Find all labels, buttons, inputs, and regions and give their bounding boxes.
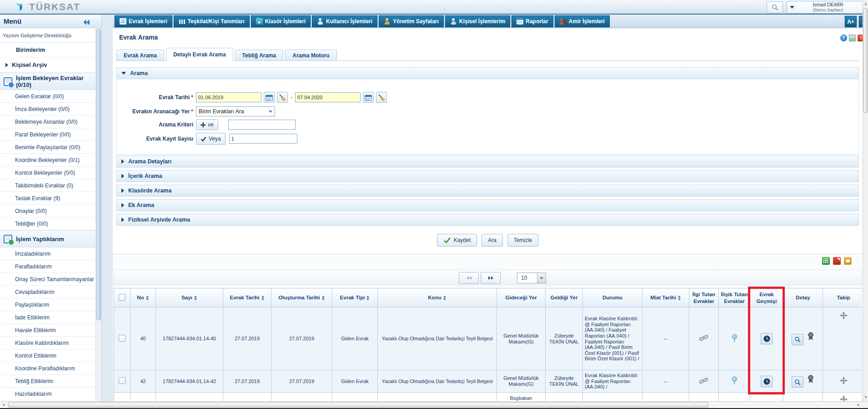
accordion-ek-arama[interactable]: Ek Arama [116, 199, 859, 211]
menubar-tab-teskilat-kisi-tanimlari[interactable]: Teşkilat/Kişi Tanımları [174, 15, 250, 27]
col-evrak-gecmisi[interactable]: Evrak Geçmişi [750, 288, 783, 308]
sidebar-item-paraf-bekleyenler-0-0[interactable]: Paraf Bekleyenler (0/0) [0, 128, 95, 141]
sidebar-item-benimle-paylasilanlar-0-0[interactable]: Benimle Paylaşılanlar (0/0) [0, 141, 95, 154]
user-menu[interactable]: İsmail DEMİR (Demo Sayfası) [787, 1, 865, 14]
and-button[interactable]: ve [196, 119, 218, 130]
col-miat-tarihi[interactable]: Miat Tarihi [642, 288, 689, 308]
clear-button[interactable]: Temizle [507, 234, 539, 247]
col-gidecegi-yer[interactable]: Gideceği Yer [497, 288, 546, 308]
sidebar-item-onay-sureci-tamamlanmayanlar[interactable]: Onay Süreci Tamamlanmayanlar [0, 273, 95, 286]
date-to-input[interactable] [295, 92, 361, 102]
calendar-from-button[interactable] [264, 92, 275, 103]
media-icon[interactable] [849, 35, 856, 41]
sidebar-item-iade-ettiklerim[interactable]: İade Ettiklerim [0, 311, 95, 324]
row-checkbox[interactable] [119, 377, 125, 384]
tab-evrak-arama[interactable]: Evrak Arama [116, 50, 164, 61]
tab-detayli-evrak-arama[interactable]: Detaylı Evrak Arama [166, 48, 233, 61]
link-icon[interactable] [699, 380, 709, 385]
scroll-down-arrow[interactable] [864, 396, 867, 399]
sidebar-item-parafladiklarim[interactable]: Parafladıklarım [0, 260, 95, 273]
accordion-klasorde-arama[interactable]: Klasörde Arama [116, 185, 859, 197]
clear-date-to-button[interactable] [376, 92, 387, 103]
scroll-left-arrow[interactable] [2, 404, 5, 406]
accordion-fiziksel-arsivde-arama[interactable]: Fiziksel Arşivde Arama [116, 214, 859, 226]
menubar-tab-raporlar[interactable]: Raporlar [512, 15, 553, 27]
sidebar-item-takibimdeki-evraklar-0[interactable]: Takibimdeki Evraklar (0) [0, 179, 95, 192]
sidebar-item-birimlerim[interactable]: Birimlerim [0, 43, 95, 57]
menubar-tab-yonetim-sayfalari[interactable]: Yönetim Sayfaları [379, 15, 444, 27]
menubar-tab-evrak-islemleri[interactable]: Evrak İşlemleri [115, 15, 172, 27]
scroll-right-arrow[interactable] [858, 404, 860, 406]
sidebar-item-islem-yaptiklarim[interactable]: İşlem Yaptıklarım [0, 230, 95, 247]
sidebar-item-teblig-ettiklerim[interactable]: Tebliğ Ettiklerim [0, 375, 95, 388]
export-pdf-icon[interactable] [833, 257, 841, 265]
detail-button[interactable] [792, 334, 803, 345]
tab-teblig-arama[interactable]: Tebliğ Arama [235, 50, 284, 61]
sidebar-item-koordine-parafladiklarim[interactable]: Koordine Parafladıklarım [0, 362, 95, 375]
link-icon[interactable] [699, 337, 709, 343]
detail-button[interactable] [792, 376, 803, 388]
col-detay[interactable]: Detay [783, 288, 823, 308]
col-geldigi-yer[interactable]: Geldiği Yer [546, 288, 583, 308]
vertical-scrollbar-thumb[interactable] [863, 8, 868, 113]
col-select-all[interactable] [114, 288, 130, 308]
sidebar-item-taslak-evraklar-9[interactable]: Taslak Evraklar (9) [0, 192, 95, 205]
save-button[interactable]: Kaydet [437, 234, 477, 247]
accordion-icerik-arama[interactable]: İçerik Arama [116, 170, 859, 182]
clear-date-from-button[interactable] [277, 92, 288, 103]
menubar-tab-kullanici-islemleri[interactable]: Kullanıcı İşlemleri [312, 15, 377, 27]
scroll-up-arrow[interactable] [864, 3, 867, 5]
col-durumu[interactable]: Durumu [583, 288, 642, 308]
history-button[interactable] [761, 376, 773, 387]
sidebar-item-cevapladiklarim[interactable]: Cevapladıklarım [0, 286, 95, 298]
sidebar-item-kontrol-ettiklerim[interactable]: Kontrol Ettiklerim [0, 349, 95, 362]
move-icon[interactable] [840, 315, 848, 320]
sidebar-item-islem-bekleyen-evraklar-0-10[interactable]: İşlem Bekleyen Evraklar (0/10) [0, 73, 95, 90]
pin-icon[interactable] [731, 380, 738, 386]
sidebar-item-onaylar-0-0[interactable]: Onaylar (0/0) [0, 205, 95, 217]
date-from-input[interactable] [196, 92, 261, 102]
col-evrak-tipi[interactable]: Evrak Tipi [332, 288, 378, 308]
sidebar-item-imza-bekleyenler-0-0[interactable]: İmza Bekleyenler (0/0) [0, 103, 95, 116]
sidebar-item-hazirladiklarim[interactable]: Hazırladıklarım [0, 388, 95, 400]
export-extra-icon[interactable] [844, 257, 852, 265]
or-button[interactable]: Veya [196, 133, 226, 145]
sidebar-item-klasore-kaldirdiklarim[interactable]: Klasöre Kaldırdıklarım [0, 337, 95, 349]
search-location-select[interactable]: Birim Evrakları Ara [196, 106, 275, 116]
sidebar-scrollbar-thumb[interactable] [96, 29, 101, 320]
pin-icon[interactable] [731, 338, 738, 343]
accordion-arama-detaylari[interactable]: Arama Detayları [116, 156, 859, 167]
help-icon[interactable] [840, 35, 847, 41]
calendar-to-button[interactable] [363, 92, 374, 103]
menu-collapse-button[interactable] [83, 19, 90, 24]
pagination-prev-button[interactable] [459, 272, 479, 284]
font-increase-button[interactable]: A+ [845, 16, 857, 27]
horizontal-scrollbar-thumb[interactable] [8, 402, 708, 408]
search-panel-header[interactable]: Arama [116, 67, 859, 79]
menubar-tab-klasor-islemleri[interactable]: Klasör İşlemleri [251, 15, 311, 27]
row-checkbox[interactable] [119, 335, 125, 342]
criteria-input[interactable] [228, 120, 296, 130]
ribbon-icon[interactable] [805, 379, 814, 384]
menubar-tab-kisisel-islemlerim[interactable]: Kişisel İşlemlerim [445, 15, 510, 27]
search-button[interactable]: Ara [482, 234, 503, 247]
col-konu[interactable]: Konu [378, 288, 497, 308]
sidebar-item-koordine-bekleyenler-0-1[interactable]: Koordine Bekleyenler (0/1) [0, 154, 95, 167]
export-excel-icon[interactable] [822, 257, 830, 265]
select-all-checkbox[interactable] [119, 294, 125, 301]
pagination-next-button[interactable] [481, 272, 501, 284]
ribbon-icon[interactable] [805, 336, 814, 342]
history-button[interactable] [761, 333, 773, 344]
sidebar-item-kisisel-arsiv[interactable]: Kişisel Arşiv [0, 57, 95, 73]
sidebar-item-imzaladiklarim[interactable]: İmzaladıklarım [0, 247, 95, 260]
sidebar-item-havale-ettiklerim[interactable]: Havale Ettiklerim [0, 324, 95, 337]
sidebar-item-kontrol-bekleyenler-0-0[interactable]: Kontrol Bekleyenler (0/0) [0, 167, 95, 179]
col-ilgi-tutan-evraklar[interactable]: İlgi Tutan Evraklar [689, 288, 719, 308]
col-evrak-tarihi[interactable]: Evrak Tarihi [223, 288, 271, 308]
topbar-search-button[interactable] [767, 1, 783, 13]
sidebar-item-gelen-evraklar-0-0[interactable]: Gelen Evraklar (0/0) [0, 90, 95, 103]
col-olusturma-tarihi[interactable]: Oluşturma Tarihi [271, 288, 332, 308]
sidebar-item-tebligler-0-0[interactable]: Tebliğler (0/0) [0, 217, 95, 230]
col-sayi[interactable]: Sayı [156, 288, 223, 308]
page-size-select[interactable]: 10 [517, 273, 546, 283]
